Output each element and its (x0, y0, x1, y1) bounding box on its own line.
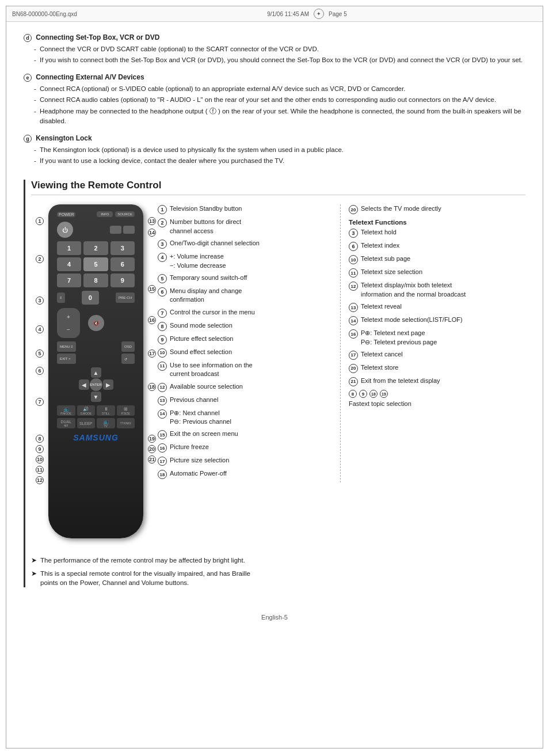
dpad-left[interactable]: ◀ (79, 379, 89, 390)
desc-text-r20b: Teletext store (361, 363, 398, 372)
btn-6[interactable]: 6 (110, 257, 135, 271)
menu-btn[interactable]: MENU ≡ (57, 341, 76, 352)
osd-btn[interactable]: OSD (121, 341, 135, 352)
desc-num-10: 10 (158, 348, 167, 358)
power-row: ⏻ (57, 222, 135, 238)
desc-num-14: 14 (158, 409, 167, 419)
desc-text-1: Television Standby button (170, 204, 242, 213)
instruction-block-e: e Connecting External A/V Devices Connec… (24, 73, 525, 126)
desc-num-7: 7 (158, 309, 167, 318)
desc-num-9: 9 (158, 335, 167, 344)
instruction-title-d: d Connecting Set-Top Box, VCR or DVD (24, 33, 525, 42)
callout-11: 11 (36, 466, 44, 474)
info-btn[interactable]: INFO (97, 211, 113, 217)
mode-ttx[interactable]: TTX/MIX (117, 418, 135, 428)
desc-text-17: Picture size selection (170, 456, 229, 465)
circle-g: g (24, 135, 32, 143)
ch-list-btn[interactable]: ≡ (57, 292, 65, 303)
desc-num-r17: 17 (349, 351, 358, 360)
desc-num-r21: 21 (349, 377, 358, 386)
swap-btn[interactable]: ↺ (121, 354, 135, 364)
btn-8[interactable]: 8 (83, 273, 108, 287)
footer-page-label: English-5 (261, 614, 288, 621)
desc-num-r3: 3 (349, 229, 358, 238)
mute-btn[interactable]: 🔇 (88, 315, 104, 331)
btn-5[interactable]: 5 (83, 257, 108, 271)
instruction-g-item-2: If you want to use a locking device, con… (34, 156, 525, 166)
menu-row: MENU ≡ EXIT × OSD ↺ (57, 341, 135, 364)
fastext-block: 8 9 18 19 Fastext topic selection (349, 390, 525, 408)
menu-btns: MENU ≡ EXIT × (57, 341, 76, 364)
desc-col-left: 1 Television Standby button 2 Number but… (158, 204, 341, 483)
desc-num-6: 6 (158, 287, 167, 297)
desc-item-r14: 14 Teletext mode selection(LIST/FLOF) (349, 316, 525, 325)
mode-picture[interactable]: 📺 P.MODE (57, 405, 75, 416)
fastext-9: 9 (359, 390, 367, 398)
mode-dual2[interactable]: DUAL M/I (57, 418, 75, 428)
desc-item-r13: 13 Teletext reveal (349, 302, 525, 312)
desc-item-16: 16 Picture freeze (158, 443, 334, 453)
dpad-up[interactable]: ▲ (91, 367, 101, 378)
desc-num-r14: 14 (349, 316, 358, 325)
exit-btn[interactable]: EXIT × (57, 354, 76, 364)
mode-still[interactable]: ⏸ STILL (97, 405, 115, 416)
desc-item-r20b: 20 Teletext store (349, 363, 525, 373)
instructions-section: d Connecting Set-Top Box, VCR or DVD Con… (24, 33, 525, 166)
power-label-btn[interactable]: POWER (57, 212, 75, 217)
desc-text-r14: Teletext mode selection(LIST/FLOF) (361, 316, 463, 324)
desc-text-r12: Teletext display/mix both teletextinform… (361, 281, 466, 299)
instruction-d-item-1: Connect the VCR or DVD SCART cable (opti… (34, 44, 525, 54)
dpad-down[interactable]: ▼ (91, 392, 101, 402)
btn-2[interactable]: 2 (83, 241, 108, 255)
desc-text-r21: Exit from the teletext display (361, 377, 440, 385)
desc-item-15: 15 Exit the on screen menu (158, 430, 334, 439)
desc-num-17: 17 (158, 457, 167, 466)
desc-text-r11: Teletext size selection (361, 268, 422, 276)
vol-rocker[interactable]: + − (57, 308, 80, 338)
fastext-18: 18 (369, 390, 378, 398)
desc-text-r16: P⊕: Teletext next pageP⊖: Teletext previ… (361, 329, 437, 347)
desc-text-r20: Selects the TV mode directly (361, 204, 441, 213)
desc-text-10: Sound effect selection (170, 348, 232, 356)
vol-ch-row: + − 🔇 (57, 308, 135, 338)
btn-9[interactable]: 9 (110, 273, 135, 287)
desc-text-4: +: Volume increase−: Volume decrease (170, 252, 226, 270)
note-text-1: The performance of the remote control ma… (40, 556, 245, 565)
notes-section: ➤ The performance of the remote control … (31, 550, 525, 587)
desc-text-r6: Teletext index (361, 241, 399, 250)
callout-13: 13 (148, 217, 156, 225)
desc-item-17: 17 Picture size selection (158, 456, 334, 466)
mode-sleep[interactable]: SLEEP (77, 418, 96, 428)
desc-text-11: Use to see information on thecurrent bro… (170, 361, 253, 379)
vol-down-btn[interactable]: − (67, 326, 70, 333)
small-btn-2[interactable] (123, 226, 135, 234)
prev-ch-btn[interactable]: PRE-CH (116, 292, 135, 303)
desc-item-11: 11 Use to see information on thecurrent … (158, 361, 334, 379)
desc-text-9: Picture effect selection (170, 335, 233, 343)
callout-9: 9 (36, 445, 44, 453)
btn-0[interactable]: 0 (82, 291, 99, 305)
mode-sound[interactable]: 🔊 S.MODE (77, 405, 96, 416)
remote-img: 1 13 14 POWER INFO SOURCE (31, 204, 146, 538)
mode-tv[interactable]: 📺 TV (97, 418, 115, 428)
callout-19: 19 (148, 435, 156, 443)
btn-1[interactable]: 1 (57, 241, 81, 255)
desc-text-r13: Teletext reveal (361, 302, 402, 311)
circle-e: e (24, 74, 32, 82)
source-btn[interactable]: SOURCE (115, 211, 135, 217)
desc-item-8: 8 Sound mode selection (158, 321, 334, 331)
dpad-right[interactable]: ▶ (103, 379, 113, 390)
desc-num-r20: 20 (349, 205, 358, 214)
btn-3[interactable]: 3 (110, 241, 135, 255)
dpad-enter[interactable]: ENTER (90, 378, 102, 391)
desc-item-r16: 16 P⊕: Teletext next pageP⊖: Teletext pr… (349, 329, 525, 347)
desc-text-2: Number buttons for directchannel access (170, 218, 241, 235)
btn-4[interactable]: 4 (57, 257, 81, 271)
callout-8: 8 (36, 435, 44, 443)
mode-dual[interactable]: ⊞ P.SIZE (117, 405, 135, 416)
vol-up-btn[interactable]: + (67, 314, 70, 320)
small-btn-1[interactable] (110, 226, 121, 234)
power-btn[interactable]: ⏻ (57, 222, 73, 238)
desc-text-r10: Teletext sub page (361, 254, 410, 263)
btn-7[interactable]: 7 (57, 273, 81, 287)
